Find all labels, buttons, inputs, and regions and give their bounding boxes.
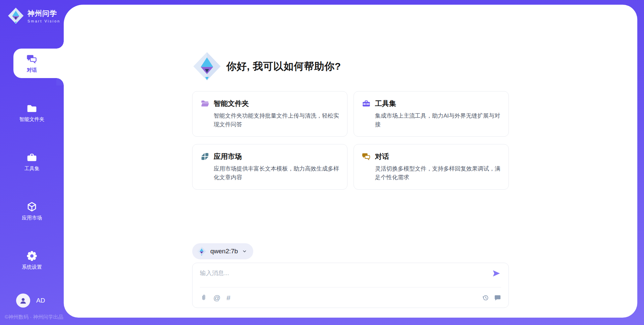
copyright-text: ©神州数码 · 神州问学出品 [5, 314, 63, 320]
comment-icon [494, 294, 501, 301]
card-description: 智能文件夹功能支持批量文件上传与清洗，轻松实现文件问答 [214, 112, 339, 129]
card-app-market[interactable]: 应用市场 应用市场提供丰富长文本模板，助力高效生成多样化文章内容 [192, 144, 347, 190]
brand-subtitle: Smart Vision [28, 19, 60, 23]
card-title: 工具集 [375, 99, 396, 108]
toolbox-icon [26, 152, 37, 163]
brand-name: 神州问学 [28, 9, 60, 18]
diamond-logo-icon [192, 52, 222, 81]
card-toolset[interactable]: 工具集 集成市场上主流工具，助力AI与外界无缝扩展与对接 [354, 91, 509, 137]
avatar [16, 294, 30, 308]
sidebar-item-label: 智能文件夹 [19, 116, 45, 123]
diamond-logo-icon [7, 7, 24, 24]
chevron-down-icon [242, 249, 247, 254]
sidebar-item-label: 系统设置 [22, 264, 42, 270]
toolbox-icon [362, 99, 371, 108]
brand-logo: 神州问学 Smart Vision [7, 7, 60, 24]
send-button[interactable] [492, 269, 501, 278]
model-name: qwen2:7b [210, 248, 238, 255]
chat-bubbles-icon [362, 152, 371, 161]
sidebar-item-app-market[interactable]: 应用市场 [0, 196, 64, 226]
bubble-fillet-top [56, 41, 64, 49]
send-plane-icon [492, 269, 501, 278]
at-icon[interactable]: @ [213, 294, 220, 301]
bubble-fillet-bottom [56, 78, 64, 85]
paperclip-icon [200, 294, 207, 301]
sidebar-item-toolset[interactable]: 工具集 [0, 147, 64, 177]
card-smart-folders[interactable]: 智能文件夹 智能文件夹功能支持批量文件上传与清洗，轻松实现文件问答 [192, 91, 347, 137]
card-description: 应用市场提供丰富长文本模板，助力高效生成多样化文章内容 [214, 165, 339, 182]
card-description: 集成市场上主流工具，助力AI与外界无缝扩展与对接 [375, 112, 500, 129]
sidebar-item-label: 应用市场 [22, 215, 42, 221]
sidebar-item-settings[interactable]: 系统设置 [0, 246, 64, 275]
message-composer: @ # [192, 263, 509, 308]
card-description: 灵活切换多模型文件，支持多样回复效果调试，满足个性化需求 [375, 165, 500, 182]
feature-cards: 智能文件夹 智能文件夹功能支持批量文件上传与清洗，轻松实现文件问答 工具集 集成… [192, 91, 509, 190]
card-title: 智能文件夹 [214, 99, 249, 108]
diamond-logo-icon [197, 247, 206, 256]
card-title: 应用市场 [214, 152, 242, 161]
hash-icon[interactable]: # [226, 294, 230, 301]
sidebar-item-chat[interactable]: 对话 [0, 49, 64, 78]
sidebar: 神州问学 Smart Vision 对话 智能文件夹 工具集 [0, 0, 64, 325]
sidebar-item-label: 对话 [27, 67, 37, 73]
main-panel: 你好, 我可以如何帮助你? 智能文件夹 智能文件夹功能支持批量文件上传与清洗，轻… [64, 5, 637, 318]
user-initials: AD [36, 297, 45, 304]
history-button[interactable] [482, 294, 489, 301]
card-chat[interactable]: 对话 灵活切换多模型文件，支持多样回复效果调试，满足个性化需求 [354, 144, 509, 190]
folder-icon [26, 103, 37, 114]
cube-icon [26, 201, 37, 212]
message-input[interactable] [200, 268, 492, 277]
history-icon [482, 294, 489, 301]
model-selector[interactable]: qwen2:7b [192, 243, 253, 259]
app-grid-icon [201, 152, 209, 161]
greeting-block: 你好, 我可以如何帮助你? [192, 52, 509, 81]
greeting-title: 你好, 我可以如何帮助你? [226, 60, 341, 73]
person-icon [19, 296, 28, 305]
user-account[interactable]: AD [16, 294, 45, 308]
card-title: 对话 [375, 152, 389, 161]
sidebar-item-label: 工具集 [24, 166, 40, 172]
attach-file-button[interactable] [200, 294, 207, 301]
chat-bubbles-icon [26, 54, 37, 64]
sidebar-item-smart-folders[interactable]: 智能文件夹 [0, 98, 64, 127]
app-window: 神州问学 Smart Vision 对话 智能文件夹 工具集 [0, 0, 644, 325]
comment-button[interactable] [494, 294, 501, 301]
gear-icon [26, 251, 37, 261]
open-folder-icon [201, 99, 209, 108]
